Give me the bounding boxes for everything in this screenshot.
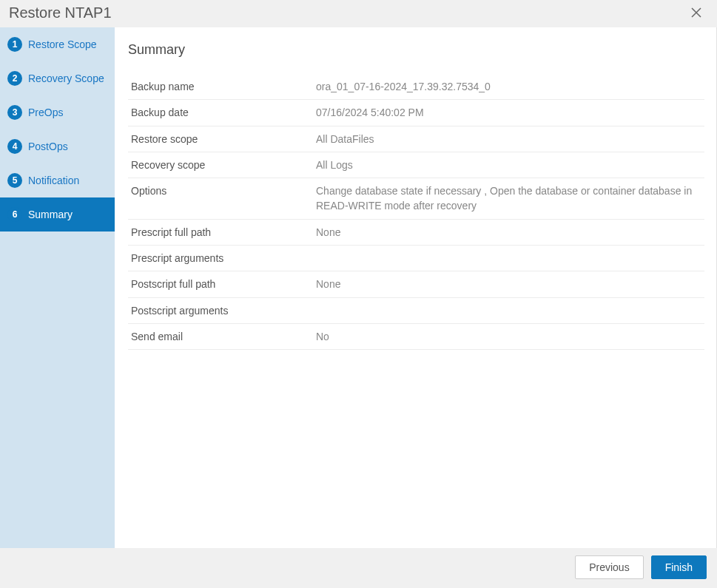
summary-label: Postscript full path bbox=[128, 271, 313, 297]
dialog-title: Restore NTAP1 bbox=[9, 4, 112, 21]
step-preops[interactable]: 3 PreOps bbox=[0, 95, 115, 129]
summary-value bbox=[313, 246, 704, 271]
summary-label: Recovery scope bbox=[128, 152, 313, 178]
finish-button[interactable]: Finish bbox=[651, 555, 707, 579]
table-row: Postscript full path None bbox=[128, 271, 704, 297]
table-row: Backup name ora_01_07-16-2024_17.39.32.7… bbox=[128, 74, 704, 100]
table-row: Prescript arguments bbox=[128, 246, 704, 271]
summary-label: Prescript arguments bbox=[128, 246, 313, 271]
step-summary[interactable]: 6 Summary bbox=[0, 197, 115, 232]
previous-button[interactable]: Previous bbox=[575, 555, 643, 579]
summary-label: Send email bbox=[128, 323, 313, 349]
page-title: Summary bbox=[128, 42, 704, 58]
step-label: PostOps bbox=[28, 141, 68, 152]
step-badge: 3 bbox=[7, 105, 22, 120]
close-icon[interactable] bbox=[687, 6, 705, 21]
summary-value: 07/16/2024 5:40:02 PM bbox=[313, 100, 704, 126]
dialog-header: Restore NTAP1 bbox=[0, 0, 717, 27]
summary-value: All Logs bbox=[313, 152, 704, 178]
table-row: Restore scope All DataFiles bbox=[128, 126, 704, 152]
summary-table: Backup name ora_01_07-16-2024_17.39.32.7… bbox=[128, 74, 704, 350]
wizard-sidebar: 1 Restore Scope 2 Recovery Scope 3 PreOp… bbox=[0, 27, 115, 548]
summary-label: Postscript arguments bbox=[128, 297, 313, 323]
step-badge: 5 bbox=[7, 173, 22, 188]
step-badge: 6 bbox=[7, 207, 22, 222]
summary-value: ora_01_07-16-2024_17.39.32.7534_0 bbox=[313, 74, 704, 100]
table-row: Recovery scope All Logs bbox=[128, 152, 704, 178]
summary-value: Change database state if necessary , Ope… bbox=[313, 178, 704, 220]
step-restore-scope[interactable]: 1 Restore Scope bbox=[0, 27, 115, 61]
summary-value: None bbox=[313, 219, 704, 245]
summary-value: No bbox=[313, 323, 704, 349]
step-label: PreOps bbox=[28, 107, 63, 118]
step-badge: 4 bbox=[7, 139, 22, 154]
step-recovery-scope[interactable]: 2 Recovery Scope bbox=[0, 61, 115, 95]
step-badge: 2 bbox=[7, 71, 22, 86]
dialog-footer: Previous Finish bbox=[0, 548, 717, 588]
table-row: Postscript arguments bbox=[128, 297, 704, 323]
summary-label: Restore scope bbox=[128, 126, 313, 152]
summary-label: Backup date bbox=[128, 100, 313, 126]
summary-value: All DataFiles bbox=[313, 126, 704, 152]
summary-label: Prescript full path bbox=[128, 219, 313, 245]
table-row: Send email No bbox=[128, 323, 704, 349]
table-row: Options Change database state if necessa… bbox=[128, 178, 704, 220]
dialog-body: 1 Restore Scope 2 Recovery Scope 3 PreOp… bbox=[0, 27, 717, 548]
step-postops[interactable]: 4 PostOps bbox=[0, 129, 115, 163]
step-badge: 1 bbox=[7, 37, 22, 52]
step-label: Restore Scope bbox=[28, 38, 97, 50]
summary-value bbox=[313, 297, 704, 323]
step-label: Notification bbox=[28, 175, 79, 186]
step-label: Recovery Scope bbox=[28, 72, 104, 84]
step-notification[interactable]: 5 Notification bbox=[0, 163, 115, 197]
table-row: Prescript full path None bbox=[128, 219, 704, 245]
table-row: Backup date 07/16/2024 5:40:02 PM bbox=[128, 100, 704, 126]
step-label: Summary bbox=[28, 209, 73, 220]
summary-label: Options bbox=[128, 178, 313, 220]
summary-value: None bbox=[313, 271, 704, 297]
content-panel: Summary Backup name ora_01_07-16-2024_17… bbox=[115, 27, 717, 548]
summary-label: Backup name bbox=[128, 74, 313, 100]
